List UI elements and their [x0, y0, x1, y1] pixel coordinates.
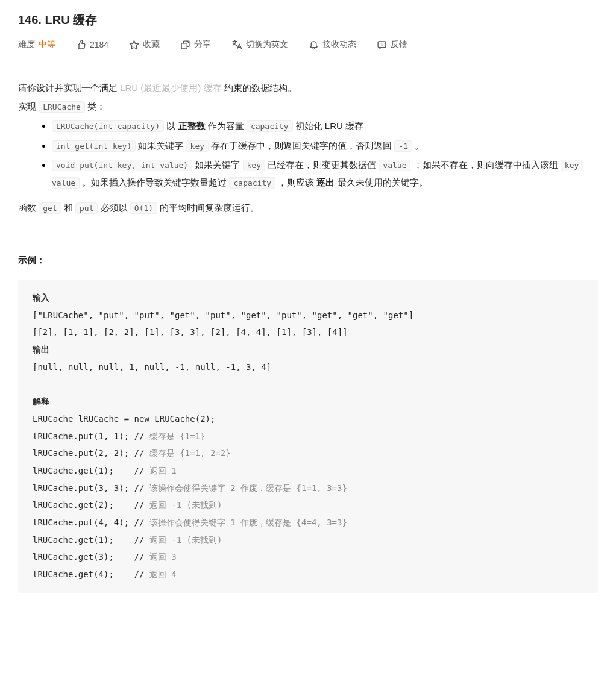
example-line: lRUCache.get(3); // 返回 3: [33, 552, 177, 562]
example-heading: 示例：: [18, 252, 598, 269]
code-token: get: [39, 202, 61, 214]
example-line: lRUCache.get(1); // 返回 -1 (未找到): [33, 535, 222, 545]
thumbs-up-icon: [76, 40, 86, 50]
text: ；如果不存在，则向缓存中插入该组: [410, 160, 560, 170]
difficulty: 难度 中等: [18, 39, 55, 50]
text: 。: [412, 140, 424, 151]
example-line: lRUCache.put(2, 2); // 缓存是 {1=1, 2=2}: [33, 448, 231, 458]
example-line: lRUCache.put(4, 4); // 该操作会使得关键字 1 作废，缓存…: [33, 518, 347, 527]
text: ，则应该: [275, 177, 316, 187]
example-line: lRUCache.get(1); // 返回 1: [33, 466, 177, 475]
subscribe-label: 接收动态: [322, 39, 356, 50]
code-token: capacity: [229, 177, 275, 189]
paragraph: 实现 LRUCache 类：: [18, 98, 598, 116]
difficulty-label: 难度: [18, 39, 35, 50]
code-token: LRUCache(int capacity): [52, 120, 164, 132]
example-line: LRUCache lRUCache = new LRUCache(2);: [33, 414, 215, 424]
text: 实现: [18, 101, 39, 111]
svg-rect-1: [181, 43, 187, 48]
bell-icon: [309, 40, 319, 50]
like-count: 2184: [90, 40, 108, 49]
text: 存在于缓存中，则返回关键字的值，否则返回: [209, 140, 394, 151]
subscribe-button[interactable]: 接收动态: [309, 39, 356, 50]
text: 必须以: [98, 202, 130, 213]
example-input-label: 输入: [33, 293, 49, 302]
example-line: lRUCache.put(3, 3); // 该操作会使得关键字 2 作废，缓存…: [33, 483, 347, 493]
feedback-icon: [377, 40, 387, 50]
example-line: ["LRUCache", "put", "put", "get", "put",…: [33, 310, 413, 320]
code-token: int get(int key): [52, 140, 136, 152]
svg-marker-0: [130, 40, 139, 49]
text: 作为容量: [206, 120, 247, 131]
text: 如果关键字: [192, 160, 242, 170]
text: 类：: [85, 101, 105, 111]
code-token: capacity: [247, 120, 293, 132]
text: 和: [61, 202, 75, 213]
bold-text: 正整数: [178, 120, 206, 131]
text: 如果关键字: [136, 140, 186, 151]
code-token: void put(int key, int value): [52, 160, 192, 171]
code-token: O(1): [130, 202, 157, 214]
text: 以: [164, 120, 178, 131]
text: 函数: [18, 202, 39, 213]
svg-point-4: [382, 45, 382, 46]
paragraph: 请你设计并实现一个满足 LRU (最近最少使用) 缓存 约束的数据结构。: [18, 80, 598, 97]
code-token: LRUCache: [39, 101, 85, 113]
code-token: put: [75, 202, 98, 214]
text: 请你设计并实现一个满足: [18, 83, 120, 93]
list-item: void put(int key, int value) 如果关键字 key 已…: [52, 157, 598, 191]
text: 的平均时间复杂度运行。: [157, 202, 259, 213]
code-token: key: [186, 140, 209, 152]
code-token: -1: [394, 140, 412, 152]
text: 已经存在，则变更其数据值: [265, 160, 379, 170]
difficulty-value: 中等: [39, 39, 55, 50]
switch-language-button[interactable]: 切换为英文: [231, 39, 288, 50]
text: 约束的数据结构。: [222, 83, 297, 93]
example-line: [null, null, null, 1, null, -1, null, -1…: [33, 362, 271, 372]
problem-toolbar: 难度 中等 2184 收藏 分享 切换为英文 接收动态: [18, 39, 598, 61]
feedback-button[interactable]: 反馈: [377, 39, 407, 50]
example-block: 输入 ["LRUCache", "put", "put", "get", "pu…: [18, 280, 598, 593]
example-explain-label: 解释: [33, 396, 49, 406]
share-icon: [180, 40, 190, 50]
list-item: int get(int key) 如果关键字 key 存在于缓存中，则返回关键字…: [52, 137, 598, 155]
example-output-label: 输出: [33, 345, 49, 354]
favorite-label: 收藏: [143, 39, 160, 50]
paragraph: 函数 get 和 put 必须以 O(1) 的平均时间复杂度运行。: [18, 199, 598, 217]
code-token: key: [243, 160, 265, 171]
lru-wiki-link[interactable]: LRU (最近最少使用) 缓存: [120, 83, 221, 93]
switch-language-label: 切换为英文: [246, 39, 288, 50]
favorite-button[interactable]: 收藏: [129, 39, 160, 50]
feedback-label: 反馈: [391, 39, 407, 50]
like-button[interactable]: 2184: [76, 40, 108, 50]
star-icon: [129, 40, 139, 50]
code-token: value: [379, 160, 410, 171]
example-line: [[2], [1, 1], [2, 2], [1], [3, 3], [2], …: [33, 327, 348, 337]
share-label: 分享: [194, 39, 211, 50]
example-line: lRUCache.get(2); // 返回 -1 (未找到): [33, 500, 222, 510]
text: 最久未使用的关键字。: [335, 177, 427, 187]
example-line: lRUCache.get(4); // 返回 4: [33, 569, 177, 579]
text: 初始化 LRU 缓存: [293, 120, 364, 131]
list-item: LRUCache(int capacity) 以 正整数 作为容量 capaci…: [52, 117, 598, 135]
share-button[interactable]: 分享: [180, 39, 211, 50]
text: 。如果插入操作导致关键字数量超过: [80, 177, 229, 187]
problem-description: 请你设计并实现一个满足 LRU (最近最少使用) 缓存 约束的数据结构。 实现 …: [18, 80, 598, 593]
bold-text: 逐出: [316, 177, 335, 187]
translate-icon: [231, 39, 242, 50]
example-line: lRUCache.put(1, 1); // 缓存是 {1=1}: [33, 431, 205, 441]
problem-title: 146. LRU 缓存: [18, 12, 598, 28]
